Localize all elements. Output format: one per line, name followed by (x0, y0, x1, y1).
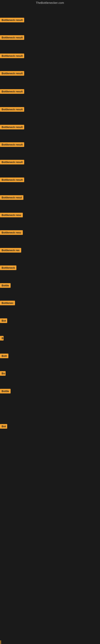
bottleneck-badge-row: Bottleneck result (0, 160, 24, 165)
bottleneck-result-badge[interactable]: Bo (0, 371, 6, 376)
bottleneck-result-badge[interactable]: Bottleneck (0, 266, 16, 270)
bottleneck-badge-row: Bot (0, 318, 7, 324)
bottleneck-result-badge[interactable]: Bottleneck res (0, 248, 21, 252)
cursor (0, 640, 1, 644)
bottleneck-badge-row: Bottleneck resu (0, 230, 23, 236)
bottleneck-badge-row: Bottle (0, 283, 11, 288)
bottleneck-badge-row: Bo (0, 371, 6, 376)
bottleneck-result-badge[interactable]: Bot (0, 424, 7, 429)
bottleneck-badge-row: Bottleneck resu (0, 213, 23, 218)
bottleneck-badge-row: Bottleneck res (0, 248, 21, 253)
bottleneck-result-badge[interactable]: Bot (0, 318, 7, 323)
bottleneck-result-badge[interactable]: Bottleneck result (0, 178, 24, 182)
bottleneck-badge-row: Bott (0, 354, 8, 359)
bottleneck-badge-row: Bottleneck result (0, 107, 24, 112)
bottleneck-badge-row: Bottleneck result (0, 18, 24, 23)
bottleneck-badge-row: Bottleneck result (0, 125, 24, 130)
bottleneck-result-badge[interactable]: Bottleneck result (0, 54, 24, 58)
bottleneck-result-badge[interactable]: Bottleneck result (0, 142, 24, 147)
bottleneck-badge-row: Bottlenec (0, 301, 15, 306)
bottleneck-result-badge[interactable]: Bottleneck resu (0, 230, 23, 235)
bottleneck-result-badge[interactable]: Bottleneck result (0, 160, 24, 164)
bottleneck-result-badge[interactable]: Bottle (0, 389, 11, 394)
bottleneck-badge-row: Bottleneck result (0, 71, 24, 76)
bottleneck-badge-row: Bot (0, 424, 7, 430)
bottleneck-result-badge[interactable]: Bottleneck result (0, 18, 24, 22)
bottleneck-badge-row: Bottleneck result (0, 54, 24, 59)
bottleneck-result-badge[interactable]: Bottleneck result (0, 35, 24, 40)
bottleneck-badge-row: B (0, 336, 3, 341)
bottleneck-result-badge[interactable]: Bottleneck result (0, 89, 24, 94)
bottleneck-result-badge[interactable]: Bottleneck resul (0, 195, 23, 200)
bottleneck-badge-row: Bottle (0, 389, 11, 394)
bottleneck-result-badge[interactable]: Bottlenec (0, 301, 15, 305)
bottleneck-badge-row: Bottleneck resul (0, 195, 23, 201)
bottleneck-badge-row: Bottleneck result (0, 178, 24, 183)
bottleneck-result-badge[interactable]: Bottle (0, 283, 11, 288)
bottleneck-result-badge[interactable]: Bottleneck resu (0, 213, 23, 217)
bottleneck-badge-row: Bottleneck result (0, 142, 24, 148)
bottleneck-result-badge[interactable]: Bottleneck result (0, 107, 24, 112)
bottleneck-result-badge[interactable]: Bottleneck result (0, 125, 24, 130)
bottleneck-result-badge[interactable]: Bottleneck result (0, 71, 24, 76)
site-title: TheBottlenecker.com (0, 0, 100, 6)
bottleneck-result-badge[interactable]: Bott (0, 354, 8, 358)
bottleneck-badge-row: Bottleneck (0, 266, 16, 271)
bottleneck-result-badge[interactable]: B (0, 336, 3, 340)
bottleneck-badge-row: Bottleneck result (0, 35, 24, 41)
bottleneck-badge-row: Bottleneck result (0, 89, 24, 94)
